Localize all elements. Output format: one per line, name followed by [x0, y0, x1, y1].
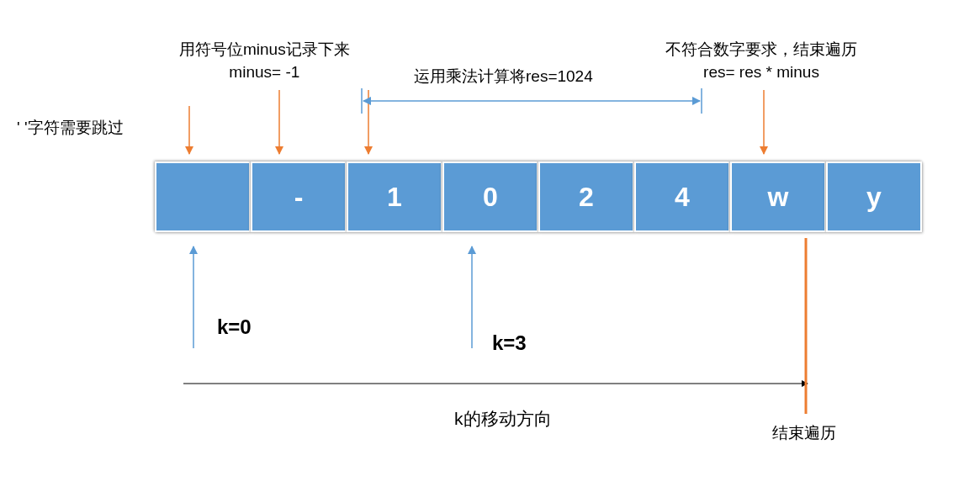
cell-3: 0	[442, 161, 538, 232]
label-minus: 用符号位minus记录下来 minus= -1	[179, 39, 350, 83]
label-movement: k的移动方向	[454, 406, 552, 431]
label-end-line2: res= res * minus	[703, 63, 819, 81]
label-multiply: 运用乘法计算将res=1024	[414, 66, 593, 88]
label-end-traverse: 结束遍历	[772, 422, 836, 445]
cell-6: w	[730, 161, 826, 232]
cell-1: -	[251, 161, 347, 232]
label-end: 不符合数字要求，结束遍历 res= res * minus	[665, 39, 857, 83]
label-minus-line2: minus= -1	[229, 63, 299, 81]
label-minus-line1: 用符号位minus记录下来	[179, 40, 350, 58]
label-k3: k=3	[492, 331, 527, 355]
char-array: - 1 0 2 4 w y	[155, 161, 922, 232]
label-k0: k=0	[217, 315, 252, 339]
cell-7: y	[826, 161, 922, 232]
cell-4: 2	[538, 161, 634, 232]
label-end-line1: 不符合数字要求，结束遍历	[665, 40, 857, 58]
cell-2: 1	[347, 161, 442, 232]
label-skip-char: ' '字符需要跳过	[17, 117, 124, 140]
cell-5: 4	[634, 161, 730, 232]
cell-0	[155, 161, 251, 232]
